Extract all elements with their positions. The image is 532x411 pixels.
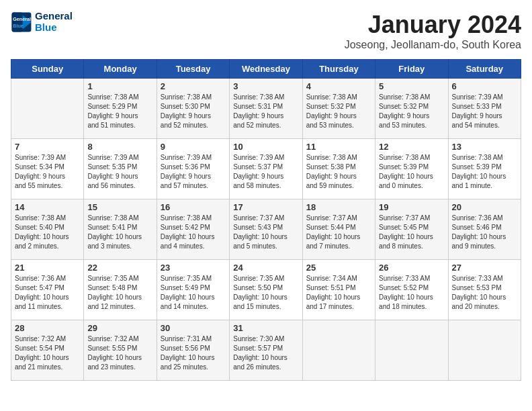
calendar-cell: 21Sunrise: 7:36 AM Sunset: 5:47 PM Dayli… bbox=[11, 260, 84, 320]
calendar-week-2: 7Sunrise: 7:39 AM Sunset: 5:34 PM Daylig… bbox=[11, 139, 521, 199]
svg-text:General: General bbox=[13, 16, 31, 22]
day-number: 20 bbox=[452, 202, 517, 212]
calendar-cell: 26Sunrise: 7:33 AM Sunset: 5:52 PM Dayli… bbox=[375, 260, 448, 320]
day-number: 25 bbox=[306, 263, 371, 273]
day-number: 7 bbox=[15, 142, 80, 152]
calendar-cell: 13Sunrise: 7:38 AM Sunset: 5:39 PM Dayli… bbox=[448, 139, 521, 199]
day-info: Sunrise: 7:38 AM Sunset: 5:30 PM Dayligh… bbox=[161, 93, 226, 130]
day-info: Sunrise: 7:38 AM Sunset: 5:32 PM Dayligh… bbox=[306, 93, 371, 130]
day-number: 11 bbox=[306, 142, 371, 152]
logo-general: General bbox=[35, 11, 73, 22]
day-number: 14 bbox=[15, 202, 80, 212]
day-info: Sunrise: 7:38 AM Sunset: 5:38 PM Dayligh… bbox=[306, 153, 371, 191]
calendar-cell bbox=[448, 320, 521, 381]
calendar-cell: 18Sunrise: 7:37 AM Sunset: 5:44 PM Dayli… bbox=[302, 199, 375, 260]
calendar-cell: 7Sunrise: 7:39 AM Sunset: 5:34 PM Daylig… bbox=[11, 139, 84, 199]
day-info: Sunrise: 7:37 AM Sunset: 5:43 PM Dayligh… bbox=[233, 214, 298, 251]
calendar-cell: 12Sunrise: 7:38 AM Sunset: 5:39 PM Dayli… bbox=[375, 139, 448, 199]
calendar-week-4: 21Sunrise: 7:36 AM Sunset: 5:47 PM Dayli… bbox=[11, 260, 521, 320]
day-number: 26 bbox=[379, 263, 444, 273]
logo-icon: General Blue bbox=[11, 11, 32, 33]
day-info: Sunrise: 7:37 AM Sunset: 5:44 PM Dayligh… bbox=[306, 214, 371, 251]
calendar-cell: 31Sunrise: 7:30 AM Sunset: 5:57 PM Dayli… bbox=[230, 320, 302, 381]
day-info: Sunrise: 7:38 AM Sunset: 5:32 PM Dayligh… bbox=[379, 93, 444, 130]
page-header: General Blue General Blue January 2024 J… bbox=[11, 11, 521, 51]
day-info: Sunrise: 7:39 AM Sunset: 5:33 PM Dayligh… bbox=[452, 93, 517, 130]
day-number: 8 bbox=[87, 142, 152, 152]
day-info: Sunrise: 7:37 AM Sunset: 5:45 PM Dayligh… bbox=[379, 214, 444, 251]
calendar-table: SundayMondayTuesdayWednesdayThursdayFrid… bbox=[11, 59, 521, 381]
day-number: 13 bbox=[452, 142, 517, 152]
calendar-cell: 29Sunrise: 7:32 AM Sunset: 5:55 PM Dayli… bbox=[84, 320, 157, 381]
calendar-cell: 22Sunrise: 7:35 AM Sunset: 5:48 PM Dayli… bbox=[84, 260, 157, 320]
day-info: Sunrise: 7:35 AM Sunset: 5:50 PM Dayligh… bbox=[233, 274, 298, 312]
calendar-cell: 11Sunrise: 7:38 AM Sunset: 5:38 PM Dayli… bbox=[302, 139, 375, 199]
day-info: Sunrise: 7:38 AM Sunset: 5:41 PM Dayligh… bbox=[87, 214, 152, 251]
day-number: 24 bbox=[233, 263, 298, 273]
calendar-cell bbox=[302, 320, 375, 381]
day-info: Sunrise: 7:38 AM Sunset: 5:39 PM Dayligh… bbox=[379, 153, 444, 191]
calendar-cell: 23Sunrise: 7:35 AM Sunset: 5:49 PM Dayli… bbox=[157, 260, 229, 320]
day-header-tuesday: Tuesday bbox=[157, 60, 229, 79]
day-info: Sunrise: 7:32 AM Sunset: 5:55 PM Dayligh… bbox=[87, 334, 152, 372]
day-number: 9 bbox=[161, 142, 226, 152]
calendar-cell: 27Sunrise: 7:33 AM Sunset: 5:53 PM Dayli… bbox=[448, 260, 521, 320]
day-number: 22 bbox=[87, 263, 152, 273]
calendar-cell: 5Sunrise: 7:38 AM Sunset: 5:32 PM Daylig… bbox=[375, 79, 448, 139]
day-number: 12 bbox=[379, 142, 444, 152]
day-number: 3 bbox=[233, 81, 298, 91]
calendar-cell: 14Sunrise: 7:38 AM Sunset: 5:40 PM Dayli… bbox=[11, 199, 84, 260]
day-info: Sunrise: 7:30 AM Sunset: 5:57 PM Dayligh… bbox=[233, 334, 298, 372]
day-info: Sunrise: 7:33 AM Sunset: 5:53 PM Dayligh… bbox=[452, 274, 517, 312]
calendar-cell: 25Sunrise: 7:34 AM Sunset: 5:51 PM Dayli… bbox=[302, 260, 375, 320]
calendar-header-row: SundayMondayTuesdayWednesdayThursdayFrid… bbox=[11, 60, 521, 79]
calendar-cell: 9Sunrise: 7:39 AM Sunset: 5:36 PM Daylig… bbox=[157, 139, 229, 199]
day-info: Sunrise: 7:39 AM Sunset: 5:34 PM Dayligh… bbox=[15, 153, 80, 191]
day-info: Sunrise: 7:39 AM Sunset: 5:36 PM Dayligh… bbox=[161, 153, 226, 191]
calendar-cell: 3Sunrise: 7:38 AM Sunset: 5:31 PM Daylig… bbox=[230, 79, 302, 139]
day-info: Sunrise: 7:34 AM Sunset: 5:51 PM Dayligh… bbox=[306, 274, 371, 312]
calendar-cell: 19Sunrise: 7:37 AM Sunset: 5:45 PM Dayli… bbox=[375, 199, 448, 260]
calendar-cell: 6Sunrise: 7:39 AM Sunset: 5:33 PM Daylig… bbox=[448, 79, 521, 139]
day-header-sunday: Sunday bbox=[11, 60, 84, 79]
calendar-week-3: 14Sunrise: 7:38 AM Sunset: 5:40 PM Dayli… bbox=[11, 199, 521, 260]
day-info: Sunrise: 7:39 AM Sunset: 5:37 PM Dayligh… bbox=[233, 153, 298, 191]
day-info: Sunrise: 7:38 AM Sunset: 5:31 PM Dayligh… bbox=[233, 93, 298, 130]
day-number: 1 bbox=[87, 81, 152, 91]
day-number: 10 bbox=[233, 142, 298, 152]
calendar-cell: 10Sunrise: 7:39 AM Sunset: 5:37 PM Dayli… bbox=[230, 139, 302, 199]
day-info: Sunrise: 7:35 AM Sunset: 5:49 PM Dayligh… bbox=[161, 274, 226, 312]
day-number: 17 bbox=[233, 202, 298, 212]
calendar-cell: 28Sunrise: 7:32 AM Sunset: 5:54 PM Dayli… bbox=[11, 320, 84, 381]
title-block: January 2024 Joseong, Jeollanam-do, Sout… bbox=[345, 11, 521, 51]
day-number: 29 bbox=[87, 323, 152, 333]
day-number: 27 bbox=[452, 263, 517, 273]
calendar-cell: 1Sunrise: 7:38 AM Sunset: 5:29 PM Daylig… bbox=[84, 79, 157, 139]
day-number: 5 bbox=[379, 81, 444, 91]
calendar-cell: 20Sunrise: 7:36 AM Sunset: 5:46 PM Dayli… bbox=[448, 199, 521, 260]
day-info: Sunrise: 7:35 AM Sunset: 5:48 PM Dayligh… bbox=[87, 274, 152, 312]
day-number: 28 bbox=[15, 323, 80, 333]
calendar-cell bbox=[11, 79, 84, 139]
svg-text:Blue: Blue bbox=[13, 23, 24, 29]
day-number: 19 bbox=[379, 202, 444, 212]
calendar-cell: 4Sunrise: 7:38 AM Sunset: 5:32 PM Daylig… bbox=[302, 79, 375, 139]
calendar-week-1: 1Sunrise: 7:38 AM Sunset: 5:29 PM Daylig… bbox=[11, 79, 521, 139]
calendar-cell: 2Sunrise: 7:38 AM Sunset: 5:30 PM Daylig… bbox=[157, 79, 229, 139]
day-header-monday: Monday bbox=[84, 60, 157, 79]
day-number: 23 bbox=[161, 263, 226, 273]
day-info: Sunrise: 7:36 AM Sunset: 5:47 PM Dayligh… bbox=[15, 274, 80, 312]
day-number: 18 bbox=[306, 202, 371, 212]
day-header-thursday: Thursday bbox=[302, 60, 375, 79]
location: Joseong, Jeollanam-do, South Korea bbox=[345, 39, 521, 51]
day-number: 16 bbox=[161, 202, 226, 212]
calendar-cell: 30Sunrise: 7:31 AM Sunset: 5:56 PM Dayli… bbox=[157, 320, 229, 381]
calendar-cell: 24Sunrise: 7:35 AM Sunset: 5:50 PM Dayli… bbox=[230, 260, 302, 320]
calendar-cell: 15Sunrise: 7:38 AM Sunset: 5:41 PM Dayli… bbox=[84, 199, 157, 260]
day-number: 21 bbox=[15, 263, 80, 273]
day-info: Sunrise: 7:36 AM Sunset: 5:46 PM Dayligh… bbox=[452, 214, 517, 251]
day-info: Sunrise: 7:38 AM Sunset: 5:29 PM Dayligh… bbox=[87, 93, 152, 130]
logo-blue: Blue bbox=[35, 22, 73, 34]
day-number: 31 bbox=[233, 323, 298, 333]
calendar-week-5: 28Sunrise: 7:32 AM Sunset: 5:54 PM Dayli… bbox=[11, 320, 521, 381]
